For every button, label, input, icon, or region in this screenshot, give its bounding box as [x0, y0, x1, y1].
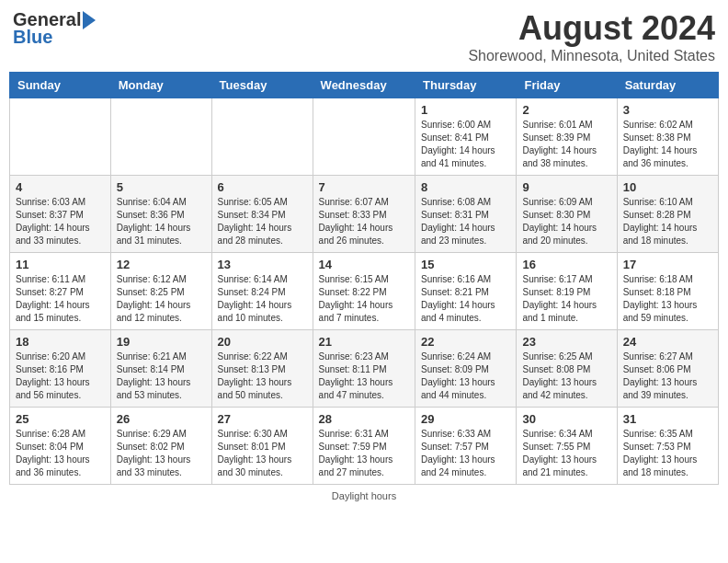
table-cell: 28Sunrise: 6:31 AM Sunset: 7:59 PM Dayli…	[313, 408, 415, 485]
title-block: August 2024 Shorewood, Minnesota, United…	[468, 9, 715, 64]
col-thursday: Thursday	[415, 73, 517, 98]
day-info: Sunrise: 6:27 AM Sunset: 8:06 PM Dayligh…	[623, 350, 712, 402]
day-info: Sunrise: 6:35 AM Sunset: 7:53 PM Dayligh…	[623, 428, 712, 479]
day-info: Sunrise: 6:21 AM Sunset: 8:14 PM Dayligh…	[117, 350, 206, 402]
day-number: 2	[522, 103, 610, 117]
day-info: Sunrise: 6:05 AM Sunset: 8:34 PM Dayligh…	[218, 196, 307, 247]
table-cell: 25Sunrise: 6:28 AM Sunset: 8:04 PM Dayli…	[10, 408, 111, 485]
logo-blue-text: Blue	[13, 27, 52, 48]
week-row-2: 4Sunrise: 6:03 AM Sunset: 8:37 PM Daylig…	[10, 176, 719, 253]
day-info: Sunrise: 6:25 AM Sunset: 8:08 PM Dayligh…	[522, 350, 610, 402]
table-cell: 16Sunrise: 6:17 AM Sunset: 8:19 PM Dayli…	[517, 253, 617, 330]
day-number: 1	[421, 103, 510, 117]
col-friday: Friday	[517, 73, 617, 98]
day-info: Sunrise: 6:29 AM Sunset: 8:02 PM Dayligh…	[117, 428, 206, 479]
table-cell: 1Sunrise: 6:00 AM Sunset: 8:41 PM Daylig…	[415, 98, 517, 176]
table-cell: 3Sunrise: 6:02 AM Sunset: 8:38 PM Daylig…	[617, 98, 718, 176]
logo-triangle-icon	[83, 11, 96, 29]
calendar-header-row: Sunday Monday Tuesday Wednesday Thursday…	[10, 73, 719, 98]
table-cell: 14Sunrise: 6:15 AM Sunset: 8:22 PM Dayli…	[313, 253, 415, 330]
day-info: Sunrise: 6:08 AM Sunset: 8:31 PM Dayligh…	[421, 196, 510, 247]
day-number: 24	[623, 335, 712, 349]
day-info: Sunrise: 6:11 AM Sunset: 8:27 PM Dayligh…	[16, 273, 105, 325]
day-info: Sunrise: 6:16 AM Sunset: 8:21 PM Dayligh…	[421, 273, 510, 325]
day-number: 15	[421, 258, 510, 271]
day-info: Sunrise: 6:18 AM Sunset: 8:18 PM Dayligh…	[623, 273, 712, 325]
table-cell: 29Sunrise: 6:33 AM Sunset: 7:57 PM Dayli…	[415, 408, 517, 485]
table-cell: 8Sunrise: 6:08 AM Sunset: 8:31 PM Daylig…	[415, 176, 517, 253]
day-info: Sunrise: 6:20 AM Sunset: 8:16 PM Dayligh…	[16, 350, 105, 402]
col-sunday: Sunday	[10, 73, 111, 98]
table-cell: 18Sunrise: 6:20 AM Sunset: 8:16 PM Dayli…	[10, 330, 111, 408]
daylight-label: Daylight hours	[332, 490, 396, 501]
day-info: Sunrise: 6:34 AM Sunset: 7:55 PM Dayligh…	[522, 428, 610, 479]
day-number: 31	[623, 412, 712, 426]
week-row-5: 25Sunrise: 6:28 AM Sunset: 8:04 PM Dayli…	[10, 408, 719, 485]
day-info: Sunrise: 6:00 AM Sunset: 8:41 PM Dayligh…	[421, 119, 510, 170]
day-number: 7	[319, 180, 409, 194]
table-cell: 19Sunrise: 6:21 AM Sunset: 8:14 PM Dayli…	[110, 330, 211, 408]
table-cell: 13Sunrise: 6:14 AM Sunset: 8:24 PM Dayli…	[211, 253, 313, 330]
day-info: Sunrise: 6:14 AM Sunset: 8:24 PM Dayligh…	[218, 273, 307, 325]
day-number: 27	[218, 412, 307, 426]
day-number: 30	[522, 412, 610, 426]
day-info: Sunrise: 6:01 AM Sunset: 8:39 PM Dayligh…	[522, 119, 610, 170]
day-number: 29	[421, 412, 510, 426]
day-info: Sunrise: 6:30 AM Sunset: 8:01 PM Dayligh…	[218, 428, 307, 479]
table-cell: 7Sunrise: 6:07 AM Sunset: 8:33 PM Daylig…	[313, 176, 415, 253]
col-wednesday: Wednesday	[313, 73, 415, 98]
day-number: 17	[623, 258, 712, 271]
day-number: 25	[16, 412, 105, 426]
table-cell: 15Sunrise: 6:16 AM Sunset: 8:21 PM Dayli…	[415, 253, 517, 330]
table-cell: 21Sunrise: 6:23 AM Sunset: 8:11 PM Dayli…	[313, 330, 415, 408]
week-row-3: 11Sunrise: 6:11 AM Sunset: 8:27 PM Dayli…	[10, 253, 719, 330]
day-number: 4	[16, 180, 105, 194]
table-cell	[211, 98, 313, 176]
day-info: Sunrise: 6:22 AM Sunset: 8:13 PM Dayligh…	[218, 350, 307, 402]
day-number: 19	[117, 335, 206, 349]
day-number: 9	[522, 180, 610, 194]
day-info: Sunrise: 6:03 AM Sunset: 8:37 PM Dayligh…	[16, 196, 105, 247]
day-number: 6	[218, 180, 307, 194]
day-number: 23	[522, 335, 610, 349]
day-info: Sunrise: 6:33 AM Sunset: 7:57 PM Dayligh…	[421, 428, 510, 479]
day-number: 12	[117, 258, 206, 271]
table-cell: 23Sunrise: 6:25 AM Sunset: 8:08 PM Dayli…	[517, 330, 617, 408]
day-number: 16	[522, 258, 610, 271]
col-tuesday: Tuesday	[211, 73, 313, 98]
week-row-1: 1Sunrise: 6:00 AM Sunset: 8:41 PM Daylig…	[10, 98, 719, 176]
day-number: 20	[218, 335, 307, 349]
table-cell: 9Sunrise: 6:09 AM Sunset: 8:30 PM Daylig…	[517, 176, 617, 253]
table-cell: 6Sunrise: 6:05 AM Sunset: 8:34 PM Daylig…	[211, 176, 313, 253]
table-cell: 30Sunrise: 6:34 AM Sunset: 7:55 PM Dayli…	[517, 408, 617, 485]
day-info: Sunrise: 6:23 AM Sunset: 8:11 PM Dayligh…	[319, 350, 409, 402]
day-info: Sunrise: 6:28 AM Sunset: 8:04 PM Dayligh…	[16, 428, 105, 479]
day-number: 3	[623, 103, 712, 117]
logo: General Blue	[13, 9, 96, 48]
table-cell: 27Sunrise: 6:30 AM Sunset: 8:01 PM Dayli…	[211, 408, 313, 485]
day-number: 21	[319, 335, 409, 349]
day-number: 18	[16, 335, 105, 349]
week-row-4: 18Sunrise: 6:20 AM Sunset: 8:16 PM Dayli…	[10, 330, 719, 408]
col-monday: Monday	[110, 73, 211, 98]
day-info: Sunrise: 6:17 AM Sunset: 8:19 PM Dayligh…	[522, 273, 610, 325]
location-subtitle: Shorewood, Minnesota, United States	[468, 48, 715, 64]
day-number: 10	[623, 180, 712, 194]
page-header: General Blue August 2024 Shorewood, Minn…	[9, 9, 719, 64]
table-cell: 17Sunrise: 6:18 AM Sunset: 8:18 PM Dayli…	[617, 253, 718, 330]
day-info: Sunrise: 6:09 AM Sunset: 8:30 PM Dayligh…	[522, 196, 610, 247]
day-number: 8	[421, 180, 510, 194]
table-cell	[313, 98, 415, 176]
day-info: Sunrise: 6:24 AM Sunset: 8:09 PM Dayligh…	[421, 350, 510, 402]
table-cell	[110, 98, 211, 176]
col-saturday: Saturday	[617, 73, 718, 98]
day-number: 5	[117, 180, 206, 194]
table-cell: 24Sunrise: 6:27 AM Sunset: 8:06 PM Dayli…	[617, 330, 718, 408]
table-cell: 11Sunrise: 6:11 AM Sunset: 8:27 PM Dayli…	[10, 253, 111, 330]
day-info: Sunrise: 6:31 AM Sunset: 7:59 PM Dayligh…	[319, 428, 409, 479]
table-cell: 5Sunrise: 6:04 AM Sunset: 8:36 PM Daylig…	[110, 176, 211, 253]
table-cell: 10Sunrise: 6:10 AM Sunset: 8:28 PM Dayli…	[617, 176, 718, 253]
table-cell: 26Sunrise: 6:29 AM Sunset: 8:02 PM Dayli…	[110, 408, 211, 485]
day-number: 28	[319, 412, 409, 426]
day-info: Sunrise: 6:02 AM Sunset: 8:38 PM Dayligh…	[623, 119, 712, 170]
